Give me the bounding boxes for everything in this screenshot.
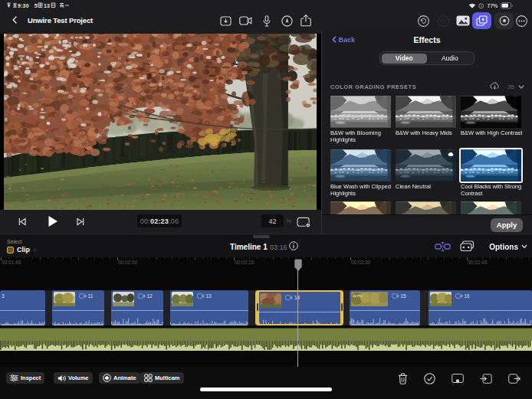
svg-text:4K PRX: 4K PRX <box>353 293 363 297</box>
